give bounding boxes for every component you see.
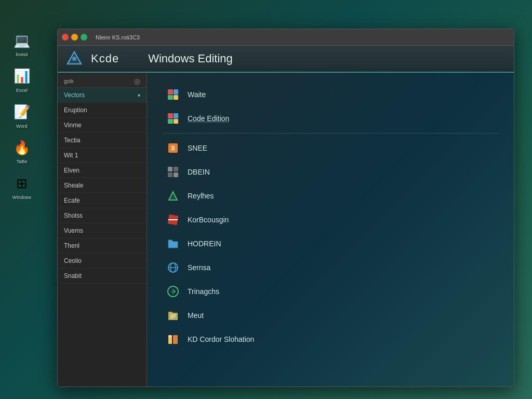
svg-text:S: S xyxy=(171,145,175,151)
kde-logo xyxy=(66,50,83,67)
excel-label: Excel xyxy=(16,88,28,94)
app-item-meut[interactable]: Meut xyxy=(163,304,498,327)
hodrein-icon xyxy=(166,236,180,251)
reylhes-icon xyxy=(166,189,180,203)
sidebar-section-icon: ◎ xyxy=(134,77,140,85)
app-item-trinagchs[interactable]: Trinagchs xyxy=(163,280,498,303)
app-name: Kcde xyxy=(91,52,119,65)
desktop-icon-word[interactable]: 📝 Word xyxy=(6,103,37,129)
desktop-icon-fire[interactable]: 🔥 TaBe xyxy=(6,138,37,165)
sidebar-item-sholss[interactable]: Sholss xyxy=(58,208,147,223)
kd-cordor-label: KD Cordor Slohation xyxy=(188,335,254,343)
sidebar-item-elven[interactable]: Elven xyxy=(58,163,147,178)
sidebar-item-label: Vectors xyxy=(64,91,85,99)
code-edition-icon xyxy=(166,111,180,126)
waite-label: Waite xyxy=(188,90,206,99)
app-item-kd-cordor[interactable]: KD Cordor Slohation xyxy=(163,328,498,351)
svg-rect-32 xyxy=(169,336,171,337)
sidebar-item-label: Tectia xyxy=(64,137,80,144)
sidebar-item-wit1[interactable]: Wit 1 xyxy=(58,148,147,163)
sidebar-item-ecafe[interactable]: Ecafe xyxy=(58,193,147,208)
korb-cousgin-label: KorBcousgin xyxy=(188,216,229,224)
sernsa-icon xyxy=(166,260,180,275)
minimize-button[interactable] xyxy=(71,34,78,41)
sidebar-item-label: Vuems xyxy=(64,227,83,234)
word-label: Word xyxy=(16,124,27,129)
svg-rect-14 xyxy=(174,167,178,171)
window-title: Nleinr KS.roti3C3 xyxy=(96,34,140,41)
kd-cordor-icon xyxy=(166,332,180,347)
app-item-hodrein[interactable]: HODREIN xyxy=(163,232,498,255)
sidebar-section-label: gob xyxy=(64,78,73,84)
close-button[interactable] xyxy=(62,34,69,41)
sidebar-section-header[interactable]: gob ◎ xyxy=(58,73,147,88)
chevron-down-icon: ▾ xyxy=(138,92,140,98)
sidebar-item-sheale[interactable]: Sheale xyxy=(58,178,147,193)
windows-icon: ⊞ xyxy=(12,174,31,193)
sidebar-item-thenl[interactable]: Thenl xyxy=(58,238,147,254)
sidebar-item-label: Ecafe xyxy=(64,197,80,204)
divider-1 xyxy=(163,133,498,134)
svg-rect-4 xyxy=(174,89,178,95)
excel-icon: 📊 xyxy=(12,67,31,86)
laptop-label: lnoisit xyxy=(16,52,28,58)
svg-rect-5 xyxy=(168,95,173,100)
hodrein-label: HODREIN xyxy=(188,240,221,248)
svg-rect-13 xyxy=(168,167,172,171)
svg-marker-18 xyxy=(169,192,177,200)
header-bar: Kcde Windows Editing xyxy=(58,46,514,73)
app-item-code-edition[interactable]: Code Edition xyxy=(163,107,498,130)
sidebar-item-label: Ceolio xyxy=(64,257,82,264)
sidebar-item-eruption[interactable]: Eruption xyxy=(58,103,147,118)
svg-point-2 xyxy=(72,57,76,61)
dbein-label: DBEIN xyxy=(188,168,210,176)
desktop-icons: 💻 lnoisit 📊 Excel 📝 Word 🔥 TaBe ⊞ Window… xyxy=(6,31,37,201)
snee-label: SNEE xyxy=(188,144,207,152)
snee-icon: S xyxy=(166,141,180,155)
app-item-snee[interactable]: S SNEE xyxy=(163,137,498,159)
sidebar-item-label: Sheale xyxy=(64,182,83,189)
dbein-icon xyxy=(166,165,180,179)
app-item-reylhes[interactable]: Reylhes xyxy=(163,184,498,207)
waite-icon xyxy=(166,87,180,102)
svg-rect-6 xyxy=(174,95,178,100)
windows-label: Windows xyxy=(12,195,32,201)
svg-rect-9 xyxy=(168,119,173,124)
desktop-icon-laptop[interactable]: 💻 lnoisit xyxy=(6,31,37,58)
svg-rect-7 xyxy=(168,113,173,118)
app-item-dbein[interactable]: DBEIN xyxy=(163,161,498,183)
maximize-button[interactable] xyxy=(81,34,87,41)
svg-rect-15 xyxy=(168,172,172,177)
svg-rect-31 xyxy=(173,335,178,344)
app-item-sernsa[interactable]: Sernsa xyxy=(163,256,498,279)
app-item-korb-cousgin[interactable]: KorBcousgin xyxy=(163,208,498,231)
trinagchs-icon xyxy=(166,284,180,299)
main-window: Nleinr KS.roti3C3 Kcde Windows Editing g… xyxy=(57,29,514,387)
sidebar: gob ◎ Vectors ▾ Eruption Vinme Tectia Wi… xyxy=(58,73,147,387)
svg-rect-16 xyxy=(174,172,178,177)
korb-cousgin-icon xyxy=(166,212,180,227)
sidebar-item-tectia[interactable]: Tectia xyxy=(58,133,147,148)
sidebar-item-label: Snabit xyxy=(64,272,82,280)
reylhes-label: Reylhes xyxy=(188,192,214,200)
svg-rect-3 xyxy=(168,89,173,95)
sidebar-item-vinme[interactable]: Vinme xyxy=(58,118,147,133)
desktop-icon-excel[interactable]: 📊 Excel xyxy=(6,67,37,94)
main-content: Waite Code Edition xyxy=(147,73,514,387)
sidebar-item-vectors[interactable]: Vectors ▾ xyxy=(58,88,147,103)
app-list: Waite Code Edition xyxy=(163,83,498,351)
app-item-waite[interactable]: Waite xyxy=(163,83,498,106)
meut-label: Meut xyxy=(188,311,204,320)
word-icon: 📝 xyxy=(12,103,31,122)
sidebar-item-label: Elven xyxy=(64,167,79,174)
content-area: gob ◎ Vectors ▾ Eruption Vinme Tectia Wi… xyxy=(58,73,514,387)
code-edition-label: Code Edition xyxy=(188,114,229,123)
sidebar-item-snabit[interactable]: Snabit xyxy=(58,269,147,284)
desktop-icon-windows[interactable]: ⊞ Windows xyxy=(6,174,37,201)
svg-rect-26 xyxy=(168,312,172,314)
sidebar-item-vuems[interactable]: Vuems xyxy=(58,223,147,238)
laptop-icon: 💻 xyxy=(12,31,31,50)
sidebar-item-ceolio[interactable]: Ceolio xyxy=(58,254,147,269)
sidebar-item-label: Wit 1 xyxy=(64,152,78,159)
sidebar-item-label: Vinme xyxy=(64,122,82,129)
